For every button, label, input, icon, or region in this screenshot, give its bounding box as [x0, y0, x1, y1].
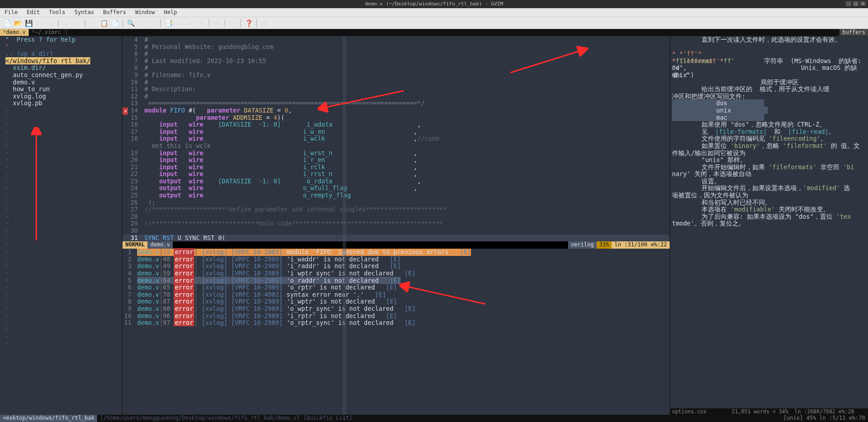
menu-edit[interactable]: Edit [22, 8, 44, 17]
code-pane[interactable]: 4 # 5 # Personal Website: guodongblog.co… [123, 36, 670, 415]
explorer-entry[interactable]: how_to_run [5, 86, 122, 93]
help-line: 文件开始编辑时，如果 'fileformats' 非空而 'bi [672, 164, 866, 171]
quickfix-item[interactable]: 11 demo.v|97 error| [xvlog] [VRFC 10-298… [123, 319, 670, 327]
toolbar-make-icon[interactable]: ⚙ [185, 19, 195, 28]
toolbar-findnext-icon[interactable]: ⤵ [137, 19, 147, 28]
toolbar-findprev-icon[interactable]: ⤴ [147, 19, 157, 28]
toolbar-ctags-icon[interactable]: ⊞ [212, 19, 222, 28]
code-line[interactable]: 20 input wire i_r_en , [123, 157, 670, 164]
quickfix-list[interactable]: 1 demo.v|14 error| [xvlog] [VRFC 10-2865… [123, 249, 670, 327]
toolbar-jump-icon[interactable]: ↗ [228, 19, 238, 28]
sign-column [123, 199, 128, 206]
toolbar-help-icon[interactable]: ❓ [244, 19, 254, 28]
help-pane[interactable]: 直到下一次读入文件时，此选项的设置才会有效。* *'ff'* *'filefor… [670, 36, 868, 415]
toolbar-print-icon[interactable]: 🖨 [45, 19, 55, 28]
code-line[interactable]: 28 [123, 213, 670, 221]
code-line[interactable]: x14 module FIFO #( parameter DATASIZE = … [123, 107, 670, 114]
toolbar-cut-icon[interactable]: ✂ [88, 19, 98, 28]
minimize-button[interactable]: _ [845, 1, 852, 6]
quickfix-item[interactable]: 5 demo.v|64 error| [xvlog] [VRFC 10-2989… [123, 277, 670, 285]
explorer-help: " Press ? for help [5, 36, 122, 44]
sign-column [123, 72, 128, 79]
explorer-updir[interactable]: .. (up a dir) [5, 50, 122, 58]
code-line[interactable]: 16 input wire [DATASIZE -1: 0] i_wdata , [123, 121, 670, 128]
toolbar-session-icon[interactable]: 📑 [163, 19, 173, 28]
code-line[interactable]: 19 input wire i_wrst_n , [123, 150, 670, 157]
explorer-entry[interactable]: xvlog.pb [5, 100, 122, 107]
toolbar-run-icon[interactable]: ▶ [174, 19, 184, 28]
help-statusline: options.cnx 21,051 words < 34% ln :2680/… [670, 408, 868, 415]
menu-syntax[interactable]: Syntax [70, 8, 98, 17]
menu-file[interactable]: File [0, 8, 22, 17]
code-line[interactable]: 4 # [123, 36, 670, 44]
tab-inactive[interactable]: ²~/.vimrc [29, 29, 64, 36]
code-line[interactable]: 7 # Last modified: 2022-10-23 10:55 [123, 58, 670, 65]
quickfix-item[interactable]: 9 demo.v|88 error| [xvlog] [VRFC 10-2989… [123, 305, 670, 313]
code-line[interactable]: ent this is wclk [123, 142, 670, 150]
code-line[interactable]: 22 input wire i_rrst_n , [123, 171, 670, 178]
menu-buffers[interactable]: Buffers [98, 8, 131, 17]
toolbar-copy-icon[interactable]: 📋 [99, 19, 109, 28]
code-line[interactable]: 31 SYNC_RST U_SYNC_RST_0( [123, 235, 670, 242]
toolbar-new-icon[interactable]: 📄 [2, 19, 12, 28]
sign-column [123, 185, 128, 192]
code-line[interactable]: 6 # [123, 50, 670, 58]
help-line: * *'ff'* *'fileformat'* [672, 50, 866, 58]
quickfix-item[interactable]: 1 demo.v|14 error| [xvlog] [VRFC 10-2865… [123, 249, 670, 256]
maximize-button[interactable]: □ [853, 1, 859, 6]
code-line[interactable]: 11 # Description: [123, 86, 670, 93]
code-line[interactable]: 17 input wire i_w_en , [123, 128, 670, 136]
window-titlebar: demo.v (~/Desktop/windows/fifo_rtl_bak) … [0, 0, 868, 8]
tab-active[interactable]: ¹demo.v [0, 29, 29, 36]
status-filename: demo.v [147, 241, 172, 249]
help-line: 见 |file-formats| 和 |file-read|。 [672, 128, 866, 136]
menu-window[interactable]: Window [131, 8, 159, 17]
toolbar-undo-icon[interactable]: ↺ [61, 19, 71, 28]
toolbar-paste-icon[interactable]: 📄 [110, 19, 120, 28]
close-button[interactable]: × [860, 1, 866, 6]
command-line[interactable]: <esktop/windows/fifo_rtl_bak [/home/user… [0, 415, 868, 422]
code-line[interactable]: 18 input wire i_wclk ,//comm [123, 135, 670, 142]
tabline-right: buffers [839, 29, 868, 36]
code-line[interactable]: 26 ); [123, 199, 670, 206]
menu-tools[interactable]: Tools [44, 8, 70, 17]
sign-column [123, 171, 128, 178]
code-line[interactable]: 25 output wire o_rempty_flag [123, 192, 670, 199]
toolbar-quit-icon[interactable]: ⏻ [260, 19, 270, 28]
code-line[interactable]: 29 //*****************************main c… [123, 220, 670, 227]
menu-help[interactable]: Help [159, 8, 181, 17]
tabline: ¹demo.v ²~/.vimrc | buffers [0, 29, 868, 36]
toolbar-find-icon[interactable]: 🔍 [126, 19, 136, 28]
explorer-entry[interactable]: auto_connect_gen.py [5, 72, 122, 79]
toolbar-open-icon[interactable]: 📂 [13, 19, 23, 28]
code-line[interactable]: 9 # Filename: fifo.v [123, 72, 670, 79]
quickfix-item[interactable]: 2 demo.v|48 error| [xvlog] [VRFC 10-2989… [123, 256, 670, 263]
quickfix-item[interactable]: 8 demo.v|87 error| [xvlog] [VRFC 10-2989… [123, 298, 670, 305]
code-line[interactable]: 12 # [123, 93, 670, 100]
file-explorer[interactable]: " Press ? for help " .. (up a dir) </win… [0, 36, 123, 415]
toolbar-saveall-icon[interactable]: 🗃 [34, 19, 44, 28]
code-line[interactable]: 15 parameter ADDRSIZE = 4)( [123, 114, 670, 122]
toolbar-save-icon[interactable]: 💾 [24, 19, 34, 28]
code-content[interactable]: 4 # 5 # Personal Website: guodongblog.co… [123, 36, 670, 241]
toolbar-shell-icon[interactable]: ⌘ [196, 19, 206, 28]
explorer-entry[interactable]: demo.v [5, 79, 122, 86]
quickfix-item[interactable]: 6 demo.v|65 error| [xvlog] [VRFC 10-2989… [123, 284, 670, 291]
code-line[interactable]: 21 input wire i_rclk , [123, 164, 670, 171]
quickfix-item[interactable]: 7 demo.v|78 error| [xvlog] [VRFC 10-4982… [123, 291, 670, 299]
code-line[interactable]: 30 [123, 227, 670, 235]
quickfix-item[interactable]: 3 demo.v|49 error| [xvlog] [VRFC 10-2989… [123, 263, 670, 270]
code-line[interactable]: 13 =====================================… [123, 100, 670, 107]
code-line[interactable]: 24 output wire o_wfull_flag , [123, 185, 670, 192]
code-line[interactable]: 10 # [123, 79, 670, 86]
code-line[interactable]: 27 //*********************define paramet… [123, 206, 670, 213]
code-line[interactable]: 5 # Personal Website: guodongblog.com [123, 44, 670, 51]
help-line: 项被置位，因为文件被认为 [672, 192, 866, 199]
code-line[interactable]: 23 output wire [DATASIZE -1: 0] o_rdata … [123, 178, 670, 185]
explorer-entry[interactable]: xvlog.log [5, 93, 122, 100]
explorer-entry[interactable]: xsim.dir/ [5, 64, 122, 72]
toolbar-redo-icon[interactable]: ↻ [72, 19, 82, 28]
quickfix-item[interactable]: 10 demo.v|96 error| [xvlog] [VRFC 10-298… [123, 313, 670, 320]
code-line[interactable]: 8 # [123, 64, 670, 72]
quickfix-item[interactable]: 4 demo.v|59 error| [xvlog] [VRFC 10-2989… [123, 270, 670, 277]
